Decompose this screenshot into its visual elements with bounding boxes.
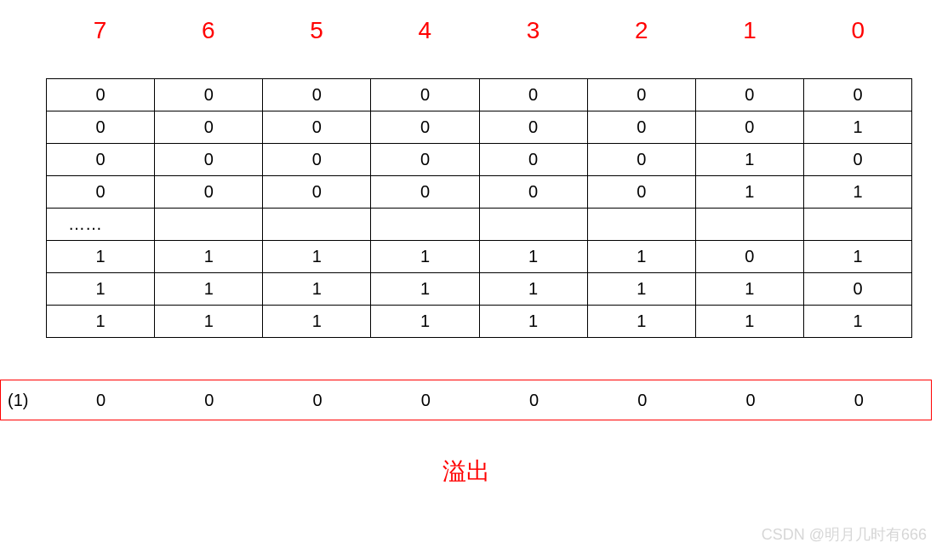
cell: 0 — [371, 144, 479, 176]
cell — [371, 209, 479, 241]
cell: 0 — [263, 79, 371, 111]
cell: 1 — [803, 176, 911, 209]
overflow-carry-prefix: (1) — [8, 391, 28, 410]
overflow-cell: 0 — [264, 391, 372, 410]
cell: 0 — [155, 144, 263, 176]
overflow-cell: 0 — [155, 391, 263, 410]
cell: 0 — [587, 79, 695, 111]
cell: 0 — [479, 176, 587, 209]
cell: 0 — [155, 176, 263, 209]
bit-index-7: 7 — [46, 17, 154, 44]
cell — [695, 209, 803, 241]
cell — [587, 209, 695, 241]
overflow-cell: 0 — [588, 391, 696, 410]
cell — [479, 209, 587, 241]
cell: 0 — [479, 144, 587, 176]
bit-index-3: 3 — [479, 17, 587, 44]
cell: 1 — [479, 306, 587, 338]
cell: 1 — [587, 241, 695, 273]
cell: 1 — [371, 241, 479, 273]
cell: 0 — [803, 273, 911, 306]
cell: 1 — [155, 241, 263, 273]
overflow-caption: 溢出 — [0, 455, 932, 488]
table-row: 0 0 0 0 0 0 1 1 — [47, 176, 912, 209]
cell: 1 — [263, 306, 371, 338]
cell: 0 — [155, 79, 263, 111]
cell: 0 — [803, 79, 911, 111]
cell: 1 — [479, 241, 587, 273]
cell: 0 — [587, 111, 695, 144]
table-row: 0 0 0 0 0 0 0 1 — [47, 111, 912, 144]
cell — [155, 209, 263, 241]
cell: 0 — [695, 241, 803, 273]
cell: 1 — [155, 306, 263, 338]
cell: 1 — [155, 273, 263, 306]
cell: 0 — [371, 176, 479, 209]
overflow-cell: 0 — [805, 391, 913, 410]
bit-index-5: 5 — [263, 17, 371, 44]
cell: 0 — [47, 144, 155, 176]
cell: 0 — [587, 176, 695, 209]
cell: 0 — [479, 79, 587, 111]
cell: 1 — [803, 111, 911, 144]
table-row: 0 0 0 0 0 0 1 0 — [47, 144, 912, 176]
overflow-cell: 0 — [480, 391, 588, 410]
cell: 1 — [47, 241, 155, 273]
cell: 1 — [803, 241, 911, 273]
cell: 0 — [695, 111, 803, 144]
cell: 0 — [155, 111, 263, 144]
overflow-cell: 0 — [697, 391, 805, 410]
cell — [803, 209, 911, 241]
cell: 1 — [479, 273, 587, 306]
cell: 0 — [803, 144, 911, 176]
table-row: 1 1 1 1 1 1 1 1 — [47, 306, 912, 338]
ellipsis-cell: …… — [47, 209, 155, 241]
overflow-cell: 0 — [47, 391, 155, 410]
bit-index-1: 1 — [696, 17, 804, 44]
overflow-row: (1) 0 0 0 0 0 0 0 0 — [0, 380, 932, 420]
cell: 1 — [695, 273, 803, 306]
cell: 1 — [803, 306, 911, 338]
table-row: 0 0 0 0 0 0 0 0 — [47, 79, 912, 111]
cell: 1 — [47, 273, 155, 306]
ellipsis-row: …… — [47, 209, 912, 241]
cell: 1 — [695, 176, 803, 209]
watermark: CSDN @明月几时有666 — [762, 524, 927, 545]
cell: 1 — [371, 273, 479, 306]
cell: 0 — [263, 176, 371, 209]
cell: 0 — [263, 144, 371, 176]
bit-index-2: 2 — [587, 17, 695, 44]
cell: 1 — [263, 241, 371, 273]
bit-index-header: 7 6 5 4 3 2 1 0 — [46, 17, 912, 44]
cell: 1 — [587, 273, 695, 306]
table-row: 1 1 1 1 1 1 1 0 — [47, 273, 912, 306]
cell: 0 — [371, 79, 479, 111]
cell: 0 — [695, 79, 803, 111]
cell: 1 — [371, 306, 479, 338]
cell: 0 — [47, 111, 155, 144]
cell: 1 — [263, 273, 371, 306]
cell: 1 — [587, 306, 695, 338]
cell: 0 — [479, 111, 587, 144]
cell — [263, 209, 371, 241]
cell: 0 — [47, 79, 155, 111]
cell: 1 — [47, 306, 155, 338]
cell: 1 — [695, 144, 803, 176]
cell: 0 — [263, 111, 371, 144]
overflow-cell: 0 — [372, 391, 480, 410]
overflow-cells: 0 0 0 0 0 0 0 0 — [47, 391, 913, 410]
table-row: 1 1 1 1 1 1 0 1 — [47, 241, 912, 273]
cell: 1 — [695, 306, 803, 338]
bit-index-4: 4 — [371, 17, 479, 44]
binary-table: 0 0 0 0 0 0 0 0 0 0 0 0 0 0 0 1 0 0 0 0 … — [46, 78, 912, 338]
cell: 0 — [47, 176, 155, 209]
cell: 0 — [371, 111, 479, 144]
bit-index-0: 0 — [804, 17, 912, 44]
cell: 0 — [587, 144, 695, 176]
bit-index-6: 6 — [154, 17, 262, 44]
